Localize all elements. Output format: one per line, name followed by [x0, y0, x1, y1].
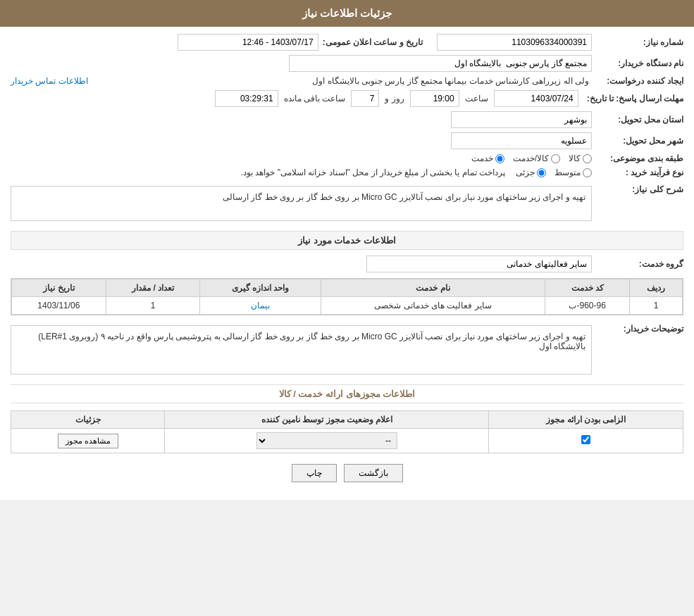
col-quantity: تعداد / مقدار	[106, 279, 200, 297]
col-radif: ردیف	[630, 279, 683, 297]
city-row: شهر محل تحویل:	[11, 132, 683, 149]
province-label: استان محل تحویل:	[592, 115, 683, 125]
col-unit: واحد اندازه گیری	[200, 279, 321, 297]
announcement-date-label: تاریخ و ساعت اعلان عمومی:	[323, 37, 423, 47]
radio-item-kala: کالا	[569, 153, 592, 163]
col-permission-status: اعلام وضعیت مجوز توسط نامین کننده	[165, 411, 489, 429]
description-label: شرح کلی نیاز:	[592, 184, 683, 194]
buyer-comments-value: تهیه و اجرای زیر ساختهای مورد نیاز برای …	[11, 325, 592, 375]
requester-label: ایجاد کننده درخواست:	[592, 76, 683, 86]
description-row: شرح کلی نیاز: تهیه و اجرای زیر ساختهای م…	[11, 182, 683, 225]
category-radio-group: کالا کالا/خدمت خدمت	[471, 153, 592, 163]
cell-unit: بیمان	[200, 297, 321, 315]
cell-service-code: 960-96-ب	[545, 297, 629, 315]
radio-jozii-label: جزئی	[516, 168, 535, 177]
city-label: شهر محل تحویل:	[592, 136, 683, 146]
back-button[interactable]: بازگشت	[344, 464, 403, 482]
buyer-comments-label: توضیحات خریدار:	[592, 324, 683, 334]
contact-info-link[interactable]: اطلاعات تماس خریدار	[11, 76, 88, 86]
need-number-row: شماره نیاز: تاریخ و ساعت اعلان عمومی:	[11, 34, 683, 51]
announcement-date-input	[178, 34, 318, 51]
col-service-name: نام خدمت	[321, 279, 545, 297]
cell-date: 1403/11/06	[12, 297, 106, 315]
province-row: استان محل تحویل:	[11, 111, 683, 128]
radio-item-jozii: جزئی	[516, 168, 546, 177]
buyer-device-label: نام دستگاه خریدار:	[592, 58, 683, 68]
radio-motavasset[interactable]	[583, 168, 592, 177]
print-button[interactable]: چاپ	[292, 464, 337, 482]
process-type-label: نوع فرآیند خرید :	[592, 168, 683, 177]
header-title: جزئیات اطلاعات نیاز	[302, 7, 392, 19]
permission-status-select[interactable]: --	[256, 432, 397, 449]
page-container: جزئیات اطلاعات نیاز شماره نیاز: تاریخ و …	[0, 0, 694, 500]
content-area: شماره نیاز: تاریخ و ساعت اعلان عمومی: نا…	[0, 27, 694, 500]
services-table-container: ردیف کد خدمت نام خدمت واحد اندازه گیری ت…	[11, 278, 683, 315]
col-service-code: کد خدمت	[545, 279, 629, 297]
permission-required-checkbox[interactable]	[581, 435, 590, 444]
permission-required-cell	[489, 429, 683, 453]
view-permission-button[interactable]: مشاهده مجوز	[58, 434, 118, 448]
permission-status-cell: --	[165, 429, 489, 453]
buyer-device-row: نام دستگاه خریدار:	[11, 55, 683, 72]
deadline-row: مهلت ارسال پاسخ: تا تاریخ: ساعت روز و سا…	[11, 90, 683, 107]
radio-kala-label: کالا	[569, 153, 581, 163]
services-section-title: اطلاعات خدمات مورد نیاز	[11, 231, 683, 250]
cell-quantity: 1	[106, 297, 200, 315]
radio-jozii[interactable]	[537, 168, 546, 177]
hour-label: ساعت	[465, 94, 488, 103]
radio-kala-khedmat[interactable]	[551, 154, 560, 163]
radio-item-motavasset: متوسط	[554, 168, 592, 177]
process-type-radio-group: متوسط جزئی	[516, 168, 592, 177]
radio-item-khedmat: خدمت	[471, 153, 504, 163]
requester-row: ایجاد کننده درخواست: ولی اله زیرراهی کار…	[11, 76, 683, 86]
description-value: تهیه و اجرای زیر ساختهای مورد نیاز برای …	[11, 186, 592, 221]
permissions-section: الزامی بودن ارائه مجوز اعلام وضعیت مجوز …	[11, 410, 683, 453]
action-buttons-row: بازگشت چاپ	[11, 464, 683, 482]
remaining-time-input	[215, 90, 278, 107]
permission-details-cell: مشاهده مجوز	[11, 429, 165, 453]
need-number-input[interactable]	[437, 34, 592, 51]
permissions-link[interactable]: اطلاعات مجوزهای ارائه خدمت / کالا	[11, 384, 683, 403]
permission-table-row: -- مشاهده مجوز	[11, 429, 683, 453]
page-header: جزئیات اطلاعات نیاز	[0, 0, 694, 27]
process-type-row: نوع فرآیند خرید : متوسط جزئی پرداخت تمام…	[11, 168, 683, 177]
description-text: تهیه و اجرای زیر ساختهای مورد نیاز برای …	[223, 192, 585, 202]
permissions-header-row: الزامی بودن ارائه مجوز اعلام وضعیت مجوز …	[11, 411, 683, 429]
services-table: ردیف کد خدمت نام خدمت واحد اندازه گیری ت…	[11, 279, 683, 315]
service-group-input	[366, 256, 592, 272]
radio-motavasset-label: متوسط	[554, 168, 581, 177]
remaining-time-label: ساعت باقی مانده	[284, 94, 346, 103]
buyer-comments-row: توضیحات خریدار: تهیه و اجرای زیر ساختهای…	[11, 321, 683, 379]
deadline-time-input	[410, 90, 459, 107]
deadline-date-input	[494, 90, 578, 107]
requester-value: ولی اله زیرراهی کارشناس خدمات بیمانها مج…	[95, 76, 592, 86]
radio-kala-khedmat-label: کالا/خدمت	[513, 153, 549, 163]
days-value-input	[351, 90, 379, 107]
need-number-label: شماره نیاز:	[592, 37, 683, 47]
radio-khedmat[interactable]	[495, 154, 504, 163]
service-group-row: گروه خدمت:	[11, 256, 683, 272]
col-permission-details: جزئیات	[11, 411, 165, 429]
radio-kala[interactable]	[583, 154, 592, 163]
radio-item-kala-khedmat: کالا/خدمت	[513, 153, 560, 163]
category-row: طبقه بندی موضوعی: کالا کالا/خدمت خدمت	[11, 153, 683, 163]
radio-khedmat-label: خدمت	[471, 153, 493, 163]
buyer-comments-text: تهیه و اجرای زیر ساختهای مورد نیاز برای …	[38, 332, 585, 351]
days-label: روز و	[385, 94, 404, 103]
category-label: طبقه بندی موضوعی:	[592, 153, 683, 163]
cell-service-name: سایر فعالیت های خدماتی شخصی	[321, 297, 545, 315]
permissions-table: الزامی بودن ارائه مجوز اعلام وضعیت مجوز …	[11, 410, 683, 453]
province-input	[451, 111, 592, 128]
cell-radif: 1	[630, 297, 683, 315]
table-row: 1 960-96-ب سایر فعالیت های خدماتی شخصی ب…	[12, 297, 683, 315]
service-group-label: گروه خدمت:	[592, 259, 683, 269]
process-type-desc: پرداخت تمام یا بخشی از مبلغ خریدار از مح…	[241, 168, 505, 177]
services-table-header-row: ردیف کد خدمت نام خدمت واحد اندازه گیری ت…	[12, 279, 683, 297]
col-date: تاریخ نیاز	[12, 279, 106, 297]
city-input	[451, 132, 592, 149]
buyer-device-input	[289, 55, 592, 72]
deadline-label: مهلت ارسال پاسخ: تا تاریخ:	[581, 94, 683, 103]
col-permission-required: الزامی بودن ارائه مجوز	[489, 411, 683, 429]
